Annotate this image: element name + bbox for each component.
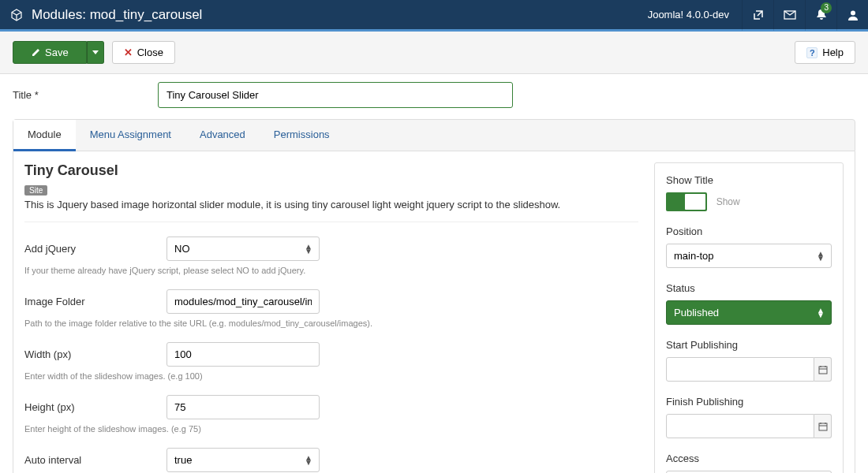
help-button[interactable]: ? Help xyxy=(795,41,855,64)
cube-icon xyxy=(9,8,24,22)
select-add-jquery[interactable]: NO xyxy=(166,236,320,261)
page-title: Modules: mod_tiny_carousel xyxy=(32,7,635,23)
svg-rect-3 xyxy=(819,423,827,430)
hint-width: Enter width of the slideshow images. (e.… xyxy=(24,371,638,381)
tab-module[interactable]: Module xyxy=(13,120,76,151)
group-finish-pub: Finish Publishing xyxy=(666,396,832,438)
row-add-jquery: Add jQuery NO ▲▼ xyxy=(24,236,638,261)
row-auto-interval: Auto interval true ▲▼ xyxy=(24,448,638,472)
tab-menu-assignment[interactable]: Menu Assignment xyxy=(76,120,185,151)
calendar-icon xyxy=(818,365,828,374)
site-badge: Site xyxy=(24,185,47,196)
label-height: Height (px) xyxy=(24,401,166,413)
input-finish-pub[interactable] xyxy=(666,414,814,438)
calendar-button-start[interactable] xyxy=(814,357,832,382)
toggle-handle xyxy=(685,194,705,210)
module-description: This is Jquery based image horizontal sl… xyxy=(24,199,638,222)
version-text: Joomla! 4.0.0-dev xyxy=(635,9,742,20)
pencil-icon xyxy=(31,48,40,58)
caret-down-icon xyxy=(92,50,99,54)
title-row: Title * xyxy=(13,82,855,108)
label-width: Width (px) xyxy=(24,348,166,360)
toggle-show-title[interactable] xyxy=(666,192,707,211)
select-position[interactable]: main-top xyxy=(666,244,832,268)
label-add-jquery: Add jQuery xyxy=(24,243,166,255)
calendar-button-finish[interactable] xyxy=(814,414,832,438)
save-label: Save xyxy=(45,47,69,58)
row-width: Width (px) xyxy=(24,342,638,367)
save-dropdown-button[interactable] xyxy=(87,41,104,64)
hint-height: Enter height of the slideshow images. (e… xyxy=(24,424,638,434)
save-button-group: Save xyxy=(13,41,104,64)
module-heading: Tiny Carousel xyxy=(24,162,638,179)
label-finish-pub: Finish Publishing xyxy=(666,396,832,408)
close-icon: ✕ xyxy=(124,47,133,58)
notify-badge: 3 xyxy=(821,2,832,13)
row-height: Height (px) xyxy=(24,395,638,419)
label-show-title: Show Title xyxy=(666,174,832,186)
title-label: Title * xyxy=(13,89,158,101)
side-column: Show Title Show Position main-top ▲▼ Sta… xyxy=(654,162,844,473)
close-button[interactable]: ✕ Close xyxy=(112,41,175,64)
group-access: Access Public ▲▼ xyxy=(666,453,832,473)
label-image-folder: Image Folder xyxy=(24,296,166,307)
toolbar: Save ✕ Close ? Help xyxy=(0,32,868,74)
input-height[interactable] xyxy=(166,395,320,419)
notifications-button[interactable]: 3 xyxy=(805,0,836,31)
input-image-folder[interactable] xyxy=(166,289,320,314)
title-input[interactable] xyxy=(158,82,513,108)
calendar-icon xyxy=(818,422,828,431)
label-access: Access xyxy=(666,453,832,464)
tab-body: Tiny Carousel Site This is Jquery based … xyxy=(13,151,855,473)
messages-button[interactable] xyxy=(773,0,805,31)
hint-add-jquery: If your theme already have jQuery script… xyxy=(24,266,638,275)
hint-image-folder: Path to the image folder relative to the… xyxy=(24,318,638,328)
main-column: Tiny Carousel Site This is Jquery based … xyxy=(24,162,638,473)
help-label: Help xyxy=(822,47,844,58)
tab-permissions[interactable]: Permissions xyxy=(260,120,344,151)
group-position: Position main-top ▲▼ xyxy=(666,225,832,268)
group-status: Status Published ▲▼ xyxy=(666,282,832,325)
input-width[interactable] xyxy=(166,342,320,367)
help-icon: ? xyxy=(806,47,817,58)
group-start-pub: Start Publishing xyxy=(666,339,832,382)
label-auto-interval: Auto interval xyxy=(24,454,166,466)
user-button[interactable] xyxy=(836,0,868,31)
tab-advanced[interactable]: Advanced xyxy=(185,120,260,151)
svg-rect-2 xyxy=(819,367,827,374)
group-show-title: Show Title Show xyxy=(666,174,832,211)
tabs: Module Menu Assignment Advanced Permissi… xyxy=(13,119,855,151)
svg-point-1 xyxy=(851,10,855,15)
content-area: Title * Module Menu Assignment Advanced … xyxy=(0,74,868,473)
row-image-folder: Image Folder xyxy=(24,289,638,314)
select-auto-interval[interactable]: true xyxy=(166,448,320,472)
external-link-button[interactable] xyxy=(742,0,773,31)
label-position: Position xyxy=(666,225,832,237)
label-status: Status xyxy=(666,282,832,294)
save-button[interactable]: Save xyxy=(13,41,87,64)
input-start-pub[interactable] xyxy=(666,357,814,382)
toggle-text: Show xyxy=(716,196,740,207)
select-status[interactable]: Published xyxy=(666,300,832,325)
label-start-pub: Start Publishing xyxy=(666,339,832,351)
topbar: Modules: mod_tiny_carousel Joomla! 4.0.0… xyxy=(0,0,868,32)
topbar-right: Joomla! 4.0.0-dev 3 xyxy=(635,0,868,29)
close-label: Close xyxy=(137,47,163,58)
